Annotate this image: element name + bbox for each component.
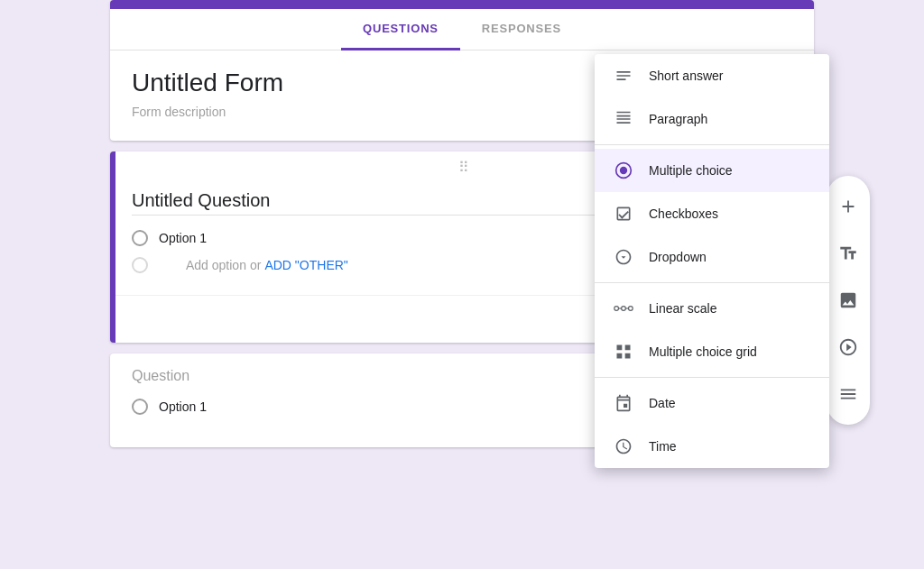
radio-circle-1	[132, 230, 148, 246]
checkboxes-label: Checkboxes	[649, 206, 718, 221]
time-icon	[613, 436, 634, 457]
linear-scale-label: Linear scale	[649, 301, 717, 316]
menu-item-multiple-choice[interactable]: Multiple choice	[595, 149, 829, 192]
menu-item-multiple-choice-grid[interactable]: Multiple choice grid	[595, 330, 829, 373]
right-sidebar	[827, 176, 870, 425]
short-answer-label: Short answer	[649, 69, 723, 83]
add-title-button[interactable]	[827, 232, 870, 275]
menu-item-linear-scale[interactable]: Linear scale	[595, 287, 829, 330]
radio-circle-2	[132, 399, 148, 415]
tabs-bar: QUESTIONS RESPONSES	[110, 9, 814, 50]
svg-point-3	[622, 307, 626, 311]
svg-point-2	[614, 307, 619, 311]
tab-questions[interactable]: QUESTIONS	[341, 9, 460, 50]
multiple-choice-grid-label: Multiple choice grid	[649, 344, 757, 359]
menu-item-date[interactable]: Date	[595, 381, 829, 425]
menu-item-dropdown[interactable]: Dropdown	[595, 235, 829, 279]
menu-divider-2	[595, 282, 829, 283]
paragraph-icon	[613, 108, 634, 130]
menu-item-paragraph[interactable]: Paragraph	[595, 97, 829, 141]
option-label-2: Option 1	[159, 399, 207, 414]
menu-item-checkboxes[interactable]: Checkboxes	[595, 192, 829, 235]
add-question-button[interactable]	[827, 185, 870, 228]
add-option-or: or	[250, 258, 261, 272]
menu-divider-1	[595, 144, 829, 145]
add-image-button[interactable]	[827, 279, 870, 322]
paragraph-label: Paragraph	[649, 112, 707, 126]
dropdown-label: Dropdown	[649, 250, 707, 264]
dropdown-icon	[613, 246, 634, 268]
add-video-button[interactable]	[827, 326, 870, 369]
linear-scale-icon	[613, 298, 634, 319]
menu-item-short-answer[interactable]: Short answer	[595, 54, 829, 97]
add-other-label[interactable]: ADD "OTHER"	[264, 258, 347, 272]
tab-responses[interactable]: RESPONSES	[460, 9, 583, 50]
multiple-choice-icon	[613, 160, 634, 181]
menu-divider-3	[595, 377, 829, 378]
time-label: Time	[649, 439, 677, 454]
dropdown-menu: Short answer Paragraph Multiple choice	[595, 54, 829, 468]
checkboxes-icon	[613, 203, 634, 225]
add-option-radio	[132, 257, 148, 273]
multiple-choice-grid-icon	[613, 341, 634, 363]
svg-point-1	[620, 167, 627, 174]
menu-item-time[interactable]: Time	[595, 425, 829, 468]
add-section-button[interactable]	[827, 372, 870, 416]
date-icon	[613, 392, 634, 414]
svg-point-4	[629, 307, 633, 311]
short-answer-icon	[613, 65, 634, 87]
add-option-label[interactable]: Add option	[186, 258, 246, 272]
date-label: Date	[649, 396, 676, 410]
multiple-choice-label: Multiple choice	[649, 163, 733, 178]
option-label-1: Option 1	[159, 231, 207, 245]
